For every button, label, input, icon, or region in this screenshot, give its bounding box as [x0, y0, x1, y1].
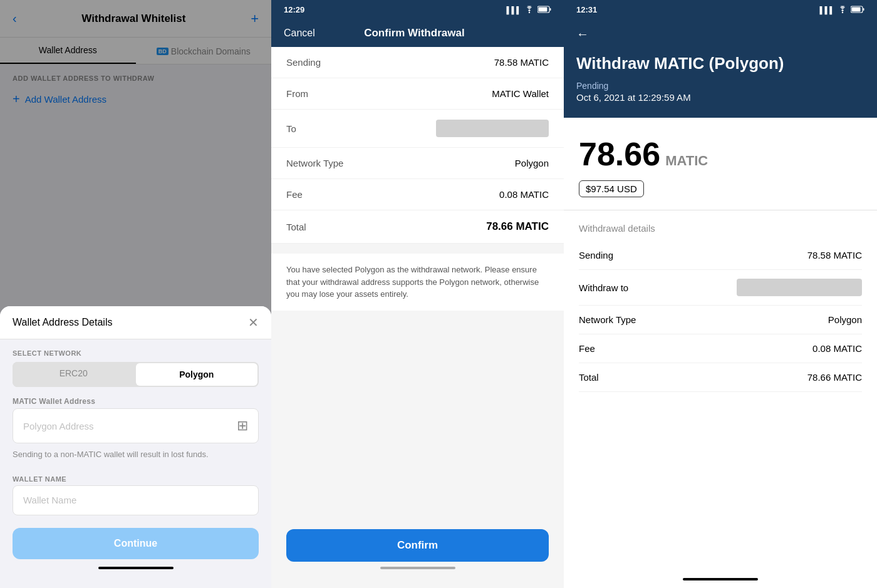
detail-total-value: 78.66 MATIC: [807, 372, 862, 383]
to-label: To: [286, 123, 296, 134]
detail-sending-label: Sending: [579, 250, 613, 260]
detail-row-network: Network Type Polygon: [579, 306, 862, 334]
confirm-row-to: To: [271, 110, 564, 148]
details-title: Withdrawal details: [579, 223, 862, 234]
battery-icon: [537, 6, 551, 14]
detail-fee-label: Fee: [579, 343, 595, 354]
withdraw-to-field: [737, 279, 862, 296]
panel3-header: ← Withdraw MATIC (Polygon) Pending Oct 6…: [564, 19, 877, 118]
from-label: From: [286, 88, 308, 99]
confirm-row-sending: Sending 78.58 MATIC: [271, 47, 564, 78]
amount-number: 78.66: [579, 135, 660, 173]
detail-sending-value: 78.58 MATIC: [807, 250, 862, 260]
select-network-label: SELECT NETWORK: [0, 339, 271, 362]
panel3-status-bar: 12:31 ▌▌▌: [564, 0, 877, 19]
polygon-warning-text: You have selected Polygon as the withdra…: [271, 254, 564, 311]
withdrawal-details-section: Withdrawal details Sending 78.58 MATIC W…: [564, 210, 877, 405]
home-indicator: [98, 567, 174, 569]
sending-value: 78.58 MATIC: [494, 57, 549, 68]
detail-network-value: Polygon: [828, 314, 862, 325]
total-label: Total: [286, 222, 306, 232]
detail-withdraw-to-label: Withdraw to: [579, 282, 628, 293]
status-label: Pending: [576, 81, 864, 91]
panel-withdraw-matic: 12:31 ▌▌▌ ← Withdraw MATIC (: [564, 0, 877, 588]
usd-value-badge: $97.54 USD: [579, 180, 644, 197]
close-button[interactable]: ✕: [248, 316, 259, 329]
from-value: MATIC Wallet: [492, 88, 549, 99]
panel3-status-time: 12:31: [576, 5, 597, 14]
withdraw-title: Withdraw MATIC (Polygon): [576, 54, 864, 73]
svg-rect-7: [863, 8, 864, 11]
home-indicator: [380, 567, 455, 569]
svg-rect-6: [852, 7, 861, 11]
network-toggle: ERC20 Polygon: [13, 362, 259, 387]
svg-rect-3: [550, 8, 551, 11]
status-time: 12:29: [284, 5, 304, 14]
detail-row-total: Total 78.66 MATIC: [579, 363, 862, 392]
polygon-address-placeholder: Polygon Address: [23, 421, 94, 431]
status-date: Oct 6, 2021 at 12:29:59 AM: [576, 92, 864, 103]
wallet-address-details-modal: Wallet Address Details ✕ SELECT NETWORK …: [0, 306, 271, 588]
panel2-bottom: Confirm: [271, 519, 564, 588]
polygon-address-input-row[interactable]: Polygon Address ⊞: [13, 408, 259, 443]
signal-icon: ▌▌▌: [507, 6, 521, 14]
total-value: 78.66 MATIC: [486, 220, 549, 233]
confirm-row-fee: Fee 0.08 MATIC: [271, 179, 564, 210]
warning-text: Sending to a non-MATIC wallet will resul…: [0, 443, 271, 465]
amount-currency: MATIC: [665, 153, 708, 169]
amount-section: 78.66 MATIC $97.54 USD: [564, 118, 877, 210]
panel3-status-icons: ▌▌▌: [820, 6, 864, 14]
continue-button[interactable]: Continue: [13, 528, 259, 559]
confirm-row-total: Total 78.66 MATIC: [271, 210, 564, 244]
wallet-name-input[interactable]: Wallet Name: [13, 485, 259, 515]
back-button[interactable]: ←: [576, 27, 589, 41]
panel2-content: Sending 78.58 MATIC From MATIC Wallet To…: [271, 47, 564, 588]
to-address-field: [436, 120, 549, 137]
panel3-home-indicator: [683, 578, 758, 580]
network-label: Network Type: [286, 158, 343, 168]
panel-withdrawal-whitelist: ‹ Withdrawal Whitelist + Wallet Address …: [0, 0, 271, 588]
fee-label: Fee: [286, 189, 303, 200]
fee-value: 0.08 MATIC: [499, 189, 549, 200]
network-polygon-button[interactable]: Polygon: [136, 363, 258, 386]
status-bar: 12:29 ▌▌▌: [271, 0, 564, 19]
topbar-title: Confirm Withdrawal: [364, 27, 464, 39]
detail-row-fee: Fee 0.08 MATIC: [579, 334, 862, 363]
detail-fee-value: 0.08 MATIC: [812, 343, 862, 354]
detail-row-withdraw-to: Withdraw to: [579, 270, 862, 306]
panel3-wifi-icon: [838, 6, 848, 14]
confirm-row-network: Network Type Polygon: [271, 148, 564, 179]
svg-point-0: [529, 11, 530, 13]
detail-row-sending: Sending 78.58 MATIC: [579, 241, 862, 270]
svg-rect-2: [539, 7, 547, 11]
wifi-icon: [524, 6, 534, 14]
wallet-name-placeholder: Wallet Name: [23, 495, 76, 505]
panel2-topbar: Cancel Confirm Withdrawal: [271, 19, 564, 47]
network-erc20-button[interactable]: ERC20: [13, 362, 135, 387]
status-icons: ▌▌▌: [507, 6, 551, 14]
network-value: Polygon: [515, 158, 549, 168]
panel3-signal-icon: ▌▌▌: [820, 6, 834, 14]
detail-total-label: Total: [579, 372, 599, 383]
confirm-row-from: From MATIC Wallet: [271, 78, 564, 110]
wallet-name-section-label: WALLET NAME: [0, 465, 271, 485]
sending-label: Sending: [286, 57, 321, 68]
confirm-button[interactable]: Confirm: [286, 529, 549, 562]
detail-network-label: Network Type: [579, 314, 636, 325]
panel3-battery-icon: [851, 6, 864, 14]
amount-display: 78.66 MATIC: [579, 135, 862, 173]
matic-address-label: MATIC Wallet Address: [0, 387, 271, 408]
panel-confirm-withdrawal: 12:29 ▌▌▌ Cancel Confirm Wit: [271, 0, 564, 588]
modal-title: Wallet Address Details: [13, 317, 112, 328]
cancel-button[interactable]: Cancel: [284, 28, 315, 39]
svg-point-4: [842, 11, 843, 13]
qr-code-icon[interactable]: ⊞: [237, 418, 248, 434]
modal-header: Wallet Address Details ✕: [0, 306, 271, 339]
